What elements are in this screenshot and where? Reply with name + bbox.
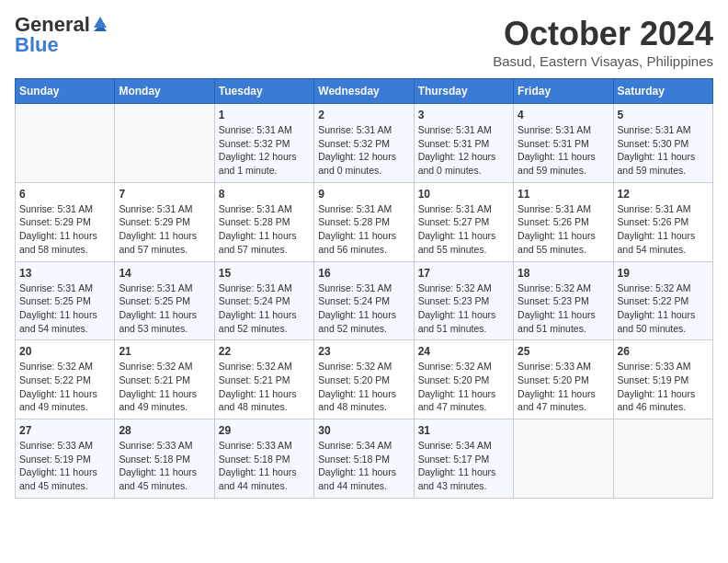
calendar-cell: 6Sunrise: 5:31 AMSunset: 5:29 PMDaylight… <box>16 182 115 261</box>
calendar-cell: 3Sunrise: 5:31 AMSunset: 5:31 PMDaylight… <box>414 104 513 183</box>
day-number: 3 <box>418 109 509 121</box>
calendar-cell: 15Sunrise: 5:31 AMSunset: 5:24 PMDayligh… <box>214 261 313 340</box>
day-number: 12 <box>618 188 709 201</box>
day-info: Sunrise: 5:31 AMSunset: 5:25 PMDaylight:… <box>119 282 210 336</box>
svg-marker-0 <box>94 17 107 28</box>
calendar-week-row: 27Sunrise: 5:33 AMSunset: 5:19 PMDayligh… <box>16 419 713 499</box>
day-info: Sunrise: 5:31 AMSunset: 5:31 PMDaylight:… <box>418 123 509 178</box>
location-title: Basud, Eastern Visayas, Philippines <box>493 53 713 69</box>
calendar-cell: 4Sunrise: 5:31 AMSunset: 5:31 PMDaylight… <box>514 104 613 183</box>
weekday-header: Thursday <box>414 79 513 104</box>
calendar-cell: 13Sunrise: 5:31 AMSunset: 5:25 PMDayligh… <box>16 261 115 340</box>
calendar-cell: 27Sunrise: 5:33 AMSunset: 5:19 PMDayligh… <box>16 419 115 499</box>
calendar-cell: 29Sunrise: 5:33 AMSunset: 5:18 PMDayligh… <box>214 419 313 499</box>
calendar-cell: 11Sunrise: 5:31 AMSunset: 5:26 PMDayligh… <box>514 182 613 261</box>
day-number: 28 <box>119 424 210 437</box>
day-info: Sunrise: 5:32 AMSunset: 5:22 PMDaylight:… <box>19 360 110 414</box>
day-number: 21 <box>119 345 210 358</box>
day-info: Sunrise: 5:33 AMSunset: 5:20 PMDaylight:… <box>518 360 609 414</box>
calendar-cell: 14Sunrise: 5:31 AMSunset: 5:25 PMDayligh… <box>115 261 214 340</box>
day-number: 13 <box>19 267 110 280</box>
day-info: Sunrise: 5:33 AMSunset: 5:19 PMDaylight:… <box>618 360 709 414</box>
day-number: 14 <box>119 267 210 280</box>
calendar-cell: 23Sunrise: 5:32 AMSunset: 5:20 PMDayligh… <box>314 340 414 419</box>
day-info: Sunrise: 5:32 AMSunset: 5:23 PMDaylight:… <box>518 282 609 336</box>
calendar-cell <box>613 419 712 499</box>
calendar-table: SundayMondayTuesdayWednesdayThursdayFrid… <box>15 78 713 499</box>
calendar-cell: 9Sunrise: 5:31 AMSunset: 5:28 PMDaylight… <box>314 182 414 261</box>
calendar-week-row: 6Sunrise: 5:31 AMSunset: 5:29 PMDaylight… <box>16 182 713 261</box>
day-number: 24 <box>418 345 509 358</box>
day-info: Sunrise: 5:31 AMSunset: 5:28 PMDaylight:… <box>318 202 409 257</box>
calendar-cell: 5Sunrise: 5:31 AMSunset: 5:30 PMDaylight… <box>613 104 712 183</box>
day-number: 4 <box>518 109 609 121</box>
weekday-header: Friday <box>514 79 613 104</box>
day-number: 9 <box>318 188 409 201</box>
day-number: 15 <box>219 267 310 280</box>
calendar-cell <box>16 104 115 183</box>
logo: General Blue <box>15 15 108 55</box>
logo-general-text: General <box>15 15 90 35</box>
calendar-cell: 21Sunrise: 5:32 AMSunset: 5:21 PMDayligh… <box>115 340 214 419</box>
day-number: 2 <box>318 109 409 121</box>
day-info: Sunrise: 5:31 AMSunset: 5:24 PMDaylight:… <box>219 282 310 336</box>
day-info: Sunrise: 5:31 AMSunset: 5:25 PMDaylight:… <box>19 282 110 336</box>
day-info: Sunrise: 5:32 AMSunset: 5:20 PMDaylight:… <box>418 360 509 414</box>
calendar-cell: 31Sunrise: 5:34 AMSunset: 5:17 PMDayligh… <box>414 419 513 499</box>
day-number: 23 <box>318 345 409 358</box>
calendar-week-row: 1Sunrise: 5:31 AMSunset: 5:32 PMDaylight… <box>16 104 713 183</box>
svg-marker-1 <box>94 28 107 31</box>
day-number: 27 <box>19 424 110 437</box>
day-info: Sunrise: 5:31 AMSunset: 5:32 PMDaylight:… <box>318 123 409 178</box>
calendar-cell: 19Sunrise: 5:32 AMSunset: 5:22 PMDayligh… <box>613 261 712 340</box>
day-info: Sunrise: 5:33 AMSunset: 5:18 PMDaylight:… <box>219 439 310 493</box>
calendar-header: SundayMondayTuesdayWednesdayThursdayFrid… <box>16 79 713 104</box>
day-info: Sunrise: 5:32 AMSunset: 5:21 PMDaylight:… <box>219 360 310 414</box>
day-number: 8 <box>219 188 310 201</box>
weekday-header: Saturday <box>613 79 712 104</box>
day-number: 6 <box>19 188 110 201</box>
calendar-cell: 12Sunrise: 5:31 AMSunset: 5:26 PMDayligh… <box>613 182 712 261</box>
day-number: 19 <box>618 267 709 280</box>
calendar-cell: 16Sunrise: 5:31 AMSunset: 5:24 PMDayligh… <box>314 261 414 340</box>
logo-blue-text: Blue <box>15 35 59 55</box>
day-number: 18 <box>518 267 609 280</box>
day-info: Sunrise: 5:32 AMSunset: 5:23 PMDaylight:… <box>418 282 509 336</box>
day-info: Sunrise: 5:32 AMSunset: 5:20 PMDaylight:… <box>318 360 409 414</box>
title-block: October 2024 Basud, Eastern Visayas, Phi… <box>493 15 713 69</box>
day-info: Sunrise: 5:31 AMSunset: 5:29 PMDaylight:… <box>119 202 210 257</box>
calendar-cell: 8Sunrise: 5:31 AMSunset: 5:28 PMDaylight… <box>214 182 313 261</box>
weekday-header: Tuesday <box>214 79 313 104</box>
day-info: Sunrise: 5:33 AMSunset: 5:19 PMDaylight:… <box>19 439 110 493</box>
day-info: Sunrise: 5:31 AMSunset: 5:31 PMDaylight:… <box>518 123 609 178</box>
logo-icon <box>92 15 108 31</box>
day-number: 11 <box>518 188 609 201</box>
day-number: 26 <box>618 345 709 358</box>
calendar-cell: 24Sunrise: 5:32 AMSunset: 5:20 PMDayligh… <box>414 340 513 419</box>
weekday-header: Monday <box>115 79 214 104</box>
calendar-cell: 25Sunrise: 5:33 AMSunset: 5:20 PMDayligh… <box>514 340 613 419</box>
calendar-cell: 20Sunrise: 5:32 AMSunset: 5:22 PMDayligh… <box>16 340 115 419</box>
calendar-cell: 30Sunrise: 5:34 AMSunset: 5:18 PMDayligh… <box>314 419 414 499</box>
day-info: Sunrise: 5:31 AMSunset: 5:27 PMDaylight:… <box>418 202 509 257</box>
day-info: Sunrise: 5:31 AMSunset: 5:26 PMDaylight:… <box>618 202 709 257</box>
calendar-week-row: 13Sunrise: 5:31 AMSunset: 5:25 PMDayligh… <box>16 261 713 340</box>
day-number: 7 <box>119 188 210 201</box>
day-number: 22 <box>219 345 310 358</box>
weekday-header: Wednesday <box>314 79 414 104</box>
day-number: 16 <box>318 267 409 280</box>
day-number: 1 <box>219 109 310 121</box>
calendar-week-row: 20Sunrise: 5:32 AMSunset: 5:22 PMDayligh… <box>16 340 713 419</box>
calendar-cell: 7Sunrise: 5:31 AMSunset: 5:29 PMDaylight… <box>115 182 214 261</box>
day-info: Sunrise: 5:32 AMSunset: 5:21 PMDaylight:… <box>119 360 210 414</box>
day-info: Sunrise: 5:31 AMSunset: 5:28 PMDaylight:… <box>219 202 310 257</box>
day-info: Sunrise: 5:33 AMSunset: 5:18 PMDaylight:… <box>119 439 210 493</box>
day-number: 25 <box>518 345 609 358</box>
day-number: 10 <box>418 188 509 201</box>
day-info: Sunrise: 5:34 AMSunset: 5:18 PMDaylight:… <box>318 439 409 493</box>
calendar-cell: 28Sunrise: 5:33 AMSunset: 5:18 PMDayligh… <box>115 419 214 499</box>
calendar-cell <box>514 419 613 499</box>
day-info: Sunrise: 5:31 AMSunset: 5:24 PMDaylight:… <box>318 282 409 336</box>
day-number: 29 <box>219 424 310 437</box>
calendar-cell: 22Sunrise: 5:32 AMSunset: 5:21 PMDayligh… <box>214 340 313 419</box>
